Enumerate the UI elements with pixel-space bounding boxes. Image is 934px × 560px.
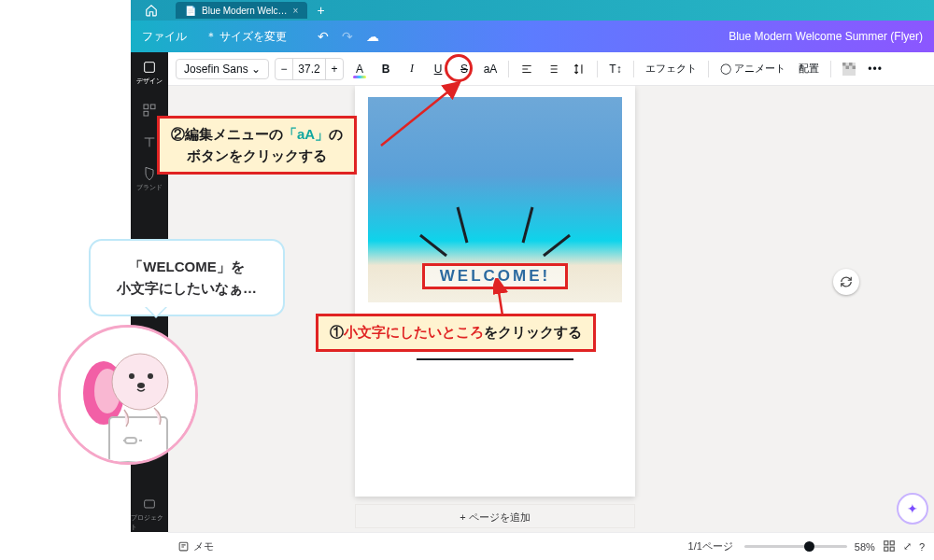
chevron-down-icon: ⌄ <box>251 63 261 76</box>
tab-doc-icon: 📄 <box>185 6 196 16</box>
mascot-dog <box>58 325 198 465</box>
svg-rect-1 <box>144 105 149 109</box>
svg-rect-3 <box>144 111 149 116</box>
home-icon[interactable] <box>131 0 172 21</box>
annotation-box-2: ②編集メニューの「aA」の ボタンをクリックする <box>157 116 357 175</box>
zoom-thumb[interactable] <box>804 541 814 552</box>
file-menu[interactable]: ファイル <box>142 29 187 45</box>
font-family-select[interactable]: Josefin Sans ⌄ <box>176 59 269 79</box>
welcome-text[interactable]: WELCOME! <box>440 267 550 286</box>
sidebar-item-project[interactable]: プロジェクト <box>131 497 168 532</box>
uppercase-button[interactable]: aA <box>480 59 501 79</box>
more-options-button[interactable]: ••• <box>865 59 885 79</box>
align-button[interactable] <box>517 59 537 79</box>
spacing-button[interactable] <box>569 59 589 79</box>
page-indicator[interactable]: 1/1ページ <box>688 539 733 553</box>
speech-bubble: 「WELCOME」を 小文字にしたいなぁ… <box>89 239 285 316</box>
close-tab-icon[interactable]: × <box>293 6 299 16</box>
position-button[interactable]: 配置 <box>795 62 823 76</box>
svg-rect-16 <box>890 540 894 544</box>
vertical-text-button[interactable]: T↕ <box>605 59 626 79</box>
list-button[interactable] <box>543 59 563 79</box>
svg-rect-29 <box>109 417 167 462</box>
strikethrough-button[interactable]: S <box>454 59 474 79</box>
svg-rect-7 <box>849 63 853 66</box>
add-page-button[interactable]: + ページを追加 <box>355 504 635 528</box>
svg-point-25 <box>112 354 168 410</box>
sidebar-label: デザイン <box>136 77 163 86</box>
svg-rect-0 <box>145 63 155 73</box>
svg-point-28 <box>137 383 145 388</box>
font-name: Josefin Sans <box>184 63 248 76</box>
svg-rect-15 <box>884 540 888 544</box>
svg-rect-6 <box>842 63 846 66</box>
redo-icon[interactable]: ↷ <box>342 29 353 44</box>
transparency-button[interactable] <box>839 59 859 79</box>
grid-view-icon[interactable] <box>883 539 896 554</box>
animate-button[interactable]: ◯ アニメート <box>716 62 789 76</box>
assistant-fab[interactable]: ✦ <box>897 493 928 525</box>
svg-line-12 <box>420 235 446 256</box>
help-icon[interactable]: ? <box>919 541 925 553</box>
svg-rect-18 <box>890 547 894 551</box>
zoom-value[interactable]: 58% <box>855 541 875 553</box>
svg-rect-2 <box>150 105 155 109</box>
canvas-page[interactable]: WELCOME! <box>355 86 635 497</box>
notes-button[interactable]: メモ <box>177 539 214 553</box>
notes-label: メモ <box>193 539 214 553</box>
undo-icon[interactable]: ↶ <box>318 29 329 44</box>
annotation-box-1: ①小文字にしたいところをクリックする <box>316 314 596 352</box>
font-size-value[interactable]: 37.2 <box>292 59 326 79</box>
svg-point-27 <box>148 373 153 379</box>
effects-button[interactable]: エフェクト <box>642 62 700 76</box>
sidebar-label: プロジェクト <box>131 513 168 532</box>
svg-line-13 <box>544 235 570 256</box>
cloud-sync-icon[interactable]: ☁ <box>366 29 379 44</box>
svg-line-10 <box>458 207 467 243</box>
document-tab[interactable]: 📄 Blue Modern Welc… × <box>176 2 307 19</box>
new-tab-button[interactable]: + <box>317 3 324 18</box>
document-title: Blue Modern Welcome Summer (Flyer) <box>729 30 923 43</box>
sidebar-label: ブランド <box>136 183 163 192</box>
svg-rect-17 <box>884 547 888 551</box>
svg-rect-4 <box>145 500 155 508</box>
selected-text-box[interactable]: WELCOME! <box>422 263 568 289</box>
svg-line-11 <box>523 207 532 243</box>
resize-menu[interactable]: ＊ サイズを変更 <box>205 29 287 45</box>
divider-line <box>417 358 573 360</box>
refresh-button[interactable] <box>833 269 859 295</box>
svg-rect-8 <box>846 65 850 69</box>
svg-rect-9 <box>853 65 856 69</box>
font-size-increase[interactable]: + <box>326 59 343 79</box>
font-size-decrease[interactable]: − <box>276 59 292 79</box>
fullscreen-icon[interactable]: ⤢ <box>903 540 912 553</box>
sidebar-item-design[interactable]: デザイン <box>131 60 168 86</box>
italic-button[interactable]: I <box>402 59 422 79</box>
text-color-button[interactable]: A <box>349 59 370 79</box>
zoom-slider[interactable] <box>744 545 847 548</box>
bold-button[interactable]: B <box>375 59 396 79</box>
svg-point-26 <box>129 373 134 379</box>
tab-title: Blue Modern Welc… <box>202 6 288 16</box>
font-size-stepper[interactable]: − 37.2 + <box>275 58 344 80</box>
underline-button[interactable]: U <box>428 59 448 79</box>
